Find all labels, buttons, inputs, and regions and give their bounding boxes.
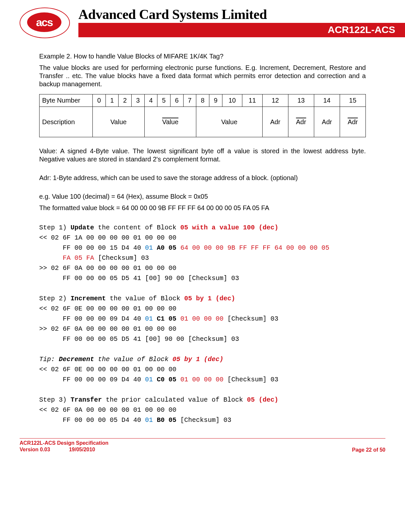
byte-number-label: Byte Number <box>40 94 93 107</box>
example-title: Example 2. How to handle Value Blocks of… <box>39 52 366 60</box>
table-header-row: Byte Number 0 1 2 3 4 5 6 7 8 9 10 11 12… <box>40 94 366 107</box>
document-body: Example 2. How to handle Value Blocks of… <box>20 39 385 428</box>
company-name: Advanced Card Systems Limited <box>78 7 385 22</box>
value-inverted-cell: Value <box>144 107 196 137</box>
step-1-block: Step 1) Update the content of Block 05 w… <box>39 223 366 425</box>
table-description-row: Description Value Value Value Adr Adr Ad… <box>40 107 366 137</box>
footer-spec-title: ACR122L-ACS Design Specification <box>20 440 108 446</box>
description-label: Description <box>40 107 93 137</box>
document-footer: ACR122L-ACS Design Specification Version… <box>0 439 405 456</box>
value-cell: Value <box>93 107 145 137</box>
adr-cell: Adr <box>314 107 340 137</box>
intro-paragraph: The value blocks are used for performing… <box>39 64 366 88</box>
adr-cell: Adr <box>262 107 288 137</box>
formatted-block: The formatted value block = 64 00 00 00 … <box>39 204 366 212</box>
adr-explanation: Adr: 1-Byte address, which can be used t… <box>39 174 366 182</box>
adr-inverted-cell: Adr <box>288 107 314 137</box>
acs-logo: acs <box>20 7 72 39</box>
page-number: Page 22 of 50 <box>352 447 385 453</box>
document-header: acs Advanced Card Systems Limited ACR122… <box>20 7 385 39</box>
value-explanation: Value: A signed 4-Byte value. The lowest… <box>39 147 366 163</box>
adr-inverted-cell: Adr <box>340 107 365 137</box>
byte-layout-table: Byte Number 0 1 2 3 4 5 6 7 8 9 10 11 12… <box>39 94 366 137</box>
example-value: e.g. Value 100 (decimal) = 64 (Hex), ass… <box>39 192 366 201</box>
value-cell: Value <box>196 107 262 137</box>
product-bar: ACR122L-ACS <box>78 23 405 37</box>
logo-text: acs <box>27 12 61 32</box>
footer-version-line: Version 0.03 19/05/2010 <box>20 446 108 453</box>
